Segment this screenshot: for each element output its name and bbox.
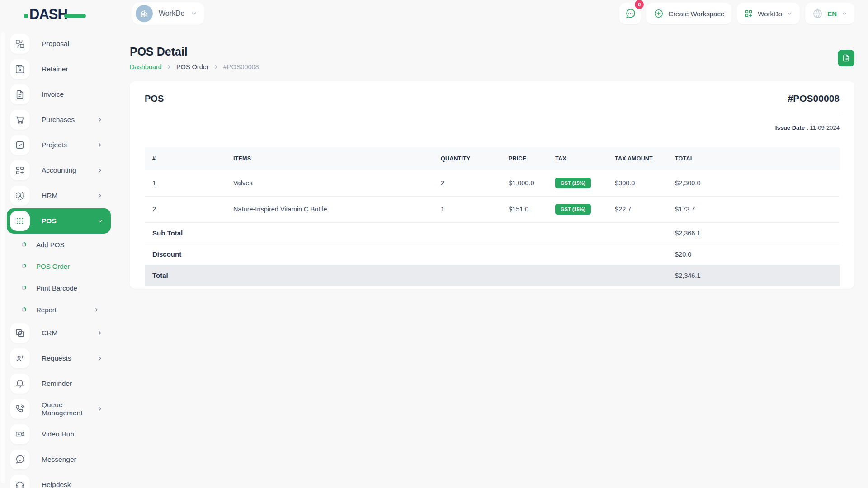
chevron-down-icon [191, 10, 197, 17]
sidebar-item-pos[interactable]: POS [7, 208, 111, 234]
submenu-item-report[interactable]: Report [22, 299, 113, 320]
breadcrumb: Dashboard POS Order #POS00008 [130, 63, 854, 70]
chevron-right-icon [97, 406, 103, 412]
bullet-icon [22, 242, 26, 247]
chat-dots [625, 8, 636, 19]
language-selector[interactable]: EN [805, 3, 854, 24]
invoice-icon [10, 84, 30, 104]
sidebar-item-queue-management[interactable]: Queue Management [7, 396, 113, 422]
chevron-down-icon [841, 11, 847, 17]
language-code: EN [827, 10, 837, 18]
topbar-actions: 0 Create Workspace WorkDo [619, 3, 854, 24]
cell-item: Valves [233, 170, 441, 196]
workspace-label: WorkDo [159, 9, 185, 18]
cell-price: $151.0 [509, 196, 555, 222]
phone-icon [10, 399, 30, 419]
table-row: 1 Valves 2 $1,000.0 GST (15%) $300.0 $2,… [145, 170, 840, 196]
sidebar-item-hrm[interactable]: HRM [7, 183, 113, 208]
headset-icon [10, 475, 30, 488]
user-scan-icon [10, 186, 30, 206]
bullet-icon [22, 307, 26, 312]
bell-icon [10, 374, 30, 394]
video-icon [10, 424, 30, 444]
chevron-right-icon [213, 64, 219, 70]
sidebar-item-accounting[interactable]: Accounting [7, 158, 113, 183]
discount-value: $20.0 [675, 244, 840, 265]
logo-text: DASH [29, 6, 67, 22]
messages-button[interactable]: 0 [619, 3, 641, 24]
cell-total: $173.7 [675, 196, 840, 222]
sidebar-item-crm[interactable]: CRM [7, 320, 113, 346]
sidebar-item-projects[interactable]: Projects [7, 132, 113, 158]
cell-total: $2,300.0 [675, 170, 840, 196]
cell-tax-amount: $300.0 [615, 170, 675, 196]
divider [145, 113, 840, 113]
workspace-selector[interactable]: WorkDo [132, 2, 204, 25]
subtotal-row: Sub Total $2,366.1 [145, 222, 840, 244]
create-workspace-label: Create Workspace [668, 10, 724, 18]
cell-no: 2 [145, 196, 233, 222]
company-menu[interactable]: WorkDo [737, 3, 800, 24]
submenu-item-pos-order[interactable]: POS Order [22, 255, 113, 277]
main-content: POS Detail Dashboard POS Order #POS00008… [113, 27, 868, 488]
file-export-icon [842, 54, 850, 62]
col-header-tax: TAX [555, 147, 615, 170]
sidebar-item-reminder[interactable]: Reminder [7, 371, 113, 396]
sidebar-item-retainer[interactable]: Retainer [7, 56, 113, 82]
table-header-row: # ITEMS QUANTITY PRICE TAX TAX AMOUNT TO… [145, 147, 840, 170]
breadcrumb-dashboard[interactable]: Dashboard [130, 63, 162, 70]
cell-no: 1 [145, 170, 233, 196]
chevron-right-icon [97, 355, 103, 361]
total-value: $2,346.1 [675, 265, 840, 286]
cell-tax: GST (15%) [555, 170, 615, 196]
bullet-icon [22, 286, 26, 290]
breadcrumb-current: #POS00008 [223, 63, 259, 70]
col-header-tax-amount: TAX AMOUNT [615, 147, 675, 170]
logo-accent-dot [24, 14, 28, 18]
chevron-right-icon [97, 330, 103, 336]
export-button[interactable] [838, 50, 854, 66]
discount-label: Discount [145, 244, 675, 265]
col-header-no: # [145, 147, 233, 170]
breadcrumb-pos-order[interactable]: POS Order [176, 63, 209, 70]
sidebar-scrollbar[interactable] [1, 32, 5, 483]
tax-badge: GST (15%) [555, 178, 591, 188]
col-header-quantity: QUANTITY [441, 147, 509, 170]
discount-row: Discount $20.0 [145, 244, 840, 265]
app-logo[interactable]: DASH [29, 6, 102, 24]
sidebar-item-proposal[interactable]: Proposal [7, 31, 113, 56]
subtotal-label: Sub Total [145, 222, 675, 244]
grid-plus-icon [10, 160, 30, 180]
pos-items-table: # ITEMS QUANTITY PRICE TAX TAX AMOUNT TO… [145, 147, 840, 286]
card-title: POS [145, 94, 164, 104]
grid-plus-icon [744, 9, 753, 18]
chevron-right-icon [94, 307, 99, 313]
sidebar-item-helpdesk[interactable]: Helpdesk [7, 472, 113, 488]
sidebar-item-video-hub[interactable]: Video Hub [7, 422, 113, 447]
bullet-icon [22, 264, 26, 268]
submenu-item-add-pos[interactable]: Add POS [22, 234, 113, 255]
user-plus-icon [10, 348, 30, 368]
cell-price: $1,000.0 [509, 170, 555, 196]
tax-badge: GST (15%) [555, 204, 591, 215]
plus-circle-icon [654, 9, 664, 19]
cell-tax-amount: $22.7 [615, 196, 675, 222]
card-header: POS #POS00008 [145, 93, 840, 104]
submenu-item-print-barcode[interactable]: Print Barcode [22, 277, 113, 299]
copy-plus-icon [10, 323, 30, 343]
sidebar-item-invoice[interactable]: Invoice [7, 82, 113, 107]
cart-icon [10, 110, 30, 130]
chevron-right-icon [97, 142, 103, 148]
sidebar-item-purchases[interactable]: Purchases [7, 107, 113, 132]
pos-number: #POS00008 [788, 93, 840, 104]
sidebar-item-messenger[interactable]: Messenger [7, 447, 113, 472]
subtotal-value: $2,366.1 [675, 222, 840, 244]
sidebar-item-requests[interactable]: Requests [7, 346, 113, 371]
sidebar: Proposal Retainer Invoice Purchases [0, 27, 113, 488]
chevron-right-icon [97, 167, 103, 174]
messages-count-badge: 0 [635, 0, 644, 9]
logo-accent-bar [64, 14, 86, 18]
create-workspace-button[interactable]: Create Workspace [646, 3, 731, 24]
retainer-icon [10, 59, 30, 79]
company-menu-label: WorkDo [758, 10, 782, 18]
